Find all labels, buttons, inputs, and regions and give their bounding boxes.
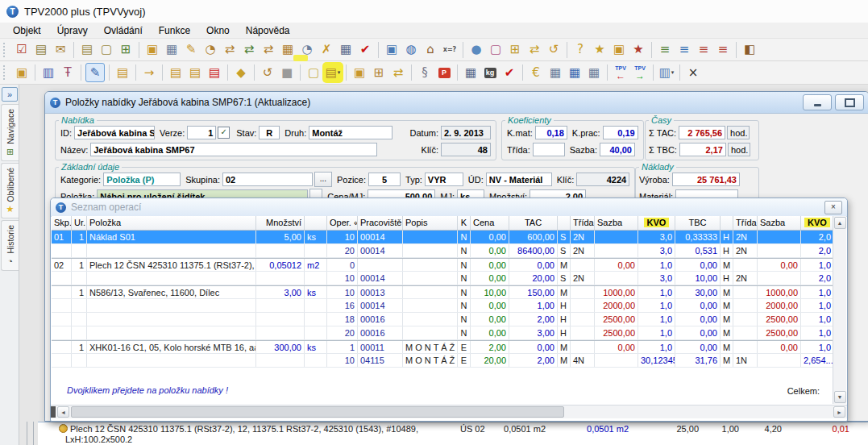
calculator2-icon[interactable]: ▦ — [462, 64, 480, 81]
help-cube-icon[interactable]: ? — [571, 41, 589, 59]
tools-icon[interactable]: ✗ — [318, 41, 335, 59]
tbc-sum-field[interactable]: 2,17 — [679, 143, 726, 156]
diamond-new-icon[interactable]: ◆ — [232, 64, 250, 81]
home-icon[interactable]: ⌂ — [422, 41, 439, 59]
transfer2-icon[interactable]: ⇄ — [389, 64, 407, 81]
hierarchy-icon[interactable]: ⊞ — [370, 64, 388, 81]
table-row[interactable]: 2000014N0,0086400,00S2N3,00,531H2N2,0 — [52, 244, 834, 258]
gear-windows-icon[interactable]: ▦ — [163, 41, 181, 59]
klic-field[interactable]: 48 — [441, 143, 491, 156]
crystal-ball-icon[interactable]: ● — [467, 41, 485, 59]
table-row[interactable]: 1XHK01-16 C1, 05, Kolo horské MTB 16, aa… — [52, 340, 834, 354]
sidebar-tab-historie[interactable]: Historie◔ — [1, 220, 19, 271]
menu-item-funkce[interactable]: Funkce — [151, 24, 198, 37]
open-box2-icon[interactable]: ▣ — [351, 64, 368, 81]
columns-icon[interactable]: ▥▾ — [658, 64, 675, 81]
toolbar-grip[interactable] — [3, 65, 9, 80]
column-header-popis[interactable]: Popis — [403, 216, 458, 230]
blue-box-icon[interactable]: ▣ — [383, 41, 401, 59]
id-field[interactable]: Jeřábová kabina SM — [74, 126, 155, 139]
column-header-cena[interactable]: Cena — [471, 216, 509, 230]
notepad-icon[interactable]: ▤ — [32, 41, 50, 59]
table-row[interactable]: 011Náklad S015,00ks1000014N0,00600,00S2N… — [52, 231, 834, 244]
column-header-polozka[interactable]: Položka — [87, 216, 256, 230]
star-arrows-icon[interactable]: ★ — [629, 41, 647, 59]
scroll-document-icon[interactable]: ▢ — [98, 41, 115, 59]
mail-new-icon[interactable]: ✉ — [52, 41, 69, 59]
table-list-icon[interactable]: ▤ — [167, 64, 185, 81]
transfer-doc-icon[interactable]: ⇄ — [240, 41, 258, 59]
menu-item-napoveda[interactable]: Nápověda — [238, 24, 298, 37]
vertical-scrollbar[interactable]: ▲ ▼ — [833, 216, 846, 404]
star-hand-icon[interactable]: ★ — [591, 41, 608, 59]
list-arrow-red2-icon[interactable]: ≡ — [714, 41, 732, 59]
table-move-icon[interactable]: → — [140, 64, 158, 81]
column-header-tac[interactable]: TAC — [509, 216, 558, 230]
list-arrow-red-icon[interactable]: ≡ — [695, 41, 712, 59]
table-row[interactable]: 1004115M O N T Á Ž ..E20,002,00M4N30,123… — [52, 354, 834, 368]
table-row[interactable]: 1600014N0,001,00H2000,001,00,00M2000,001… — [52, 299, 834, 313]
column-header-sazba[interactable]: Sazba — [758, 216, 801, 230]
trida-field[interactable] — [533, 143, 565, 156]
kategorie-field[interactable]: Položka (P) — [103, 173, 181, 186]
column-header-sazba[interactable]: Sazba — [595, 216, 638, 230]
org-chart-icon[interactable]: ⊞ — [117, 41, 135, 59]
typ-field[interactable]: VYR — [425, 173, 463, 186]
table-row[interactable]: 021Plech 12 ČSN 425310 11375.1 (RSt37-2)… — [52, 258, 834, 272]
column-header-kvo[interactable]: KVO — [638, 216, 675, 230]
ud-field[interactable]: NV - Materiál — [486, 173, 552, 186]
column-header-unit[interactable] — [558, 216, 571, 230]
undo-zero-icon[interactable]: ↺ — [259, 64, 276, 81]
copy-document-icon[interactable]: ▤ — [78, 41, 96, 59]
note-list-icon[interactable]: ▤▾ — [324, 64, 342, 81]
save-icon[interactable]: ▥ — [39, 64, 57, 81]
table-row[interactable]: 1N586/13, Svařenec, 11600, Dílec3,00ks10… — [52, 285, 834, 299]
column-header-oper[interactable]: Oper. « — [327, 216, 358, 230]
exit-door-icon[interactable]: ◧ — [741, 41, 758, 59]
menu-item-ovladani[interactable]: Ovládání — [96, 24, 151, 37]
globe-icon[interactable]: ◍ — [402, 41, 420, 59]
verze-checkbox[interactable]: ✓ — [218, 127, 230, 139]
table-clock-icon[interactable]: ▦ — [585, 64, 603, 81]
edit-record-icon[interactable]: ✎ — [85, 63, 105, 82]
formula-icon[interactable]: x=? — [441, 41, 459, 59]
column-header-mnozstvi[interactable]: Množství — [256, 216, 305, 230]
sticky-note-icon[interactable]: ▢ — [305, 64, 322, 81]
vyroba-field[interactable]: 25 761,43 — [672, 173, 740, 186]
hierarchy-clock-icon[interactable]: ◔ — [201, 41, 219, 59]
scroll-up-button[interactable]: ▲ — [834, 217, 846, 229]
sidebar-tab-navigace[interactable]: Navigace⊞ — [1, 104, 19, 161]
column-header-tbc[interactable]: TBC — [675, 216, 721, 230]
table-insert-icon[interactable]: ▤ — [114, 64, 131, 81]
list-green-icon[interactable]: ≡ — [656, 41, 674, 59]
tree-nodes-icon[interactable]: ⊞ — [506, 41, 524, 59]
calculator-icon[interactable]: ▦ — [337, 41, 355, 59]
klic2-field[interactable]: 4224 — [576, 173, 629, 186]
refresh-icon[interactable]: ↺ — [545, 41, 563, 59]
pdf-icon[interactable]: P — [435, 64, 453, 81]
paperclip-icon[interactable]: § — [416, 64, 434, 81]
tac-sum-field[interactable]: 2 765,56 — [679, 126, 725, 139]
open-box-icon[interactable]: ▣ — [143, 41, 161, 59]
task-check-icon[interactable]: ☑ — [13, 41, 31, 59]
red-check2-icon[interactable]: ✔ — [500, 64, 518, 81]
datum-field[interactable]: 2. 9. 2013 — [441, 126, 491, 139]
background-list-row[interactable]: Plech 12 ČSN 425310 11375.1 (RSt37-2), 1… — [38, 424, 868, 435]
table-delete-icon[interactable]: ▤ — [206, 64, 223, 81]
skupina-browse-button[interactable]: ... — [314, 172, 332, 187]
tpv-forward-icon[interactable]: TPV→ — [631, 64, 649, 81]
horizontal-scrollbar[interactable]: ◄ ► — [51, 405, 847, 418]
scroll-down-button[interactable]: ▼ — [834, 391, 846, 403]
dialog-titlebar[interactable]: T Položky nabídky Jeřábová kabina SMP67:… — [45, 92, 868, 114]
stamp-icon[interactable]: Ŧ — [59, 64, 77, 81]
verze-field[interactable]: 1 — [187, 126, 216, 139]
menu-item-objekt[interactable]: Objekt — [5, 24, 49, 37]
red-check-icon[interactable]: ✔ — [356, 41, 374, 59]
tpv-back-icon[interactable]: TPV← — [612, 64, 629, 81]
gift-box-icon[interactable]: ▣ — [610, 41, 628, 59]
table-gear-icon[interactable]: ▦ — [546, 64, 564, 81]
close-window-icon[interactable]: × — [684, 64, 702, 81]
table-row[interactable]: 2000016N0,003,00H2500,001,00,00M2500,001… — [52, 326, 834, 340]
column-header-trida[interactable]: Třída — [571, 216, 595, 230]
column-header-kvo[interactable]: KVO — [801, 216, 834, 230]
